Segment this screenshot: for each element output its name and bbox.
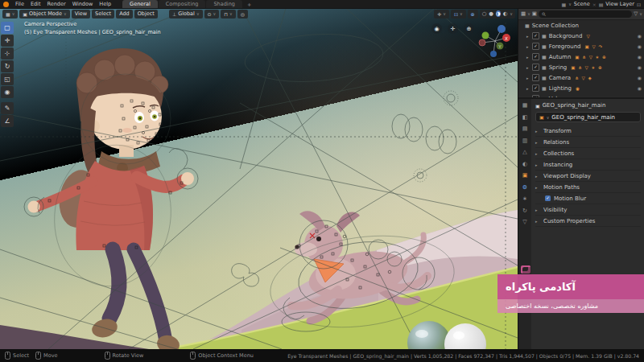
render-properties-tab[interactable]: ◧ (522, 114, 528, 121)
outliner-row-foreground[interactable]: ▸ ✓ ▦ Foreground ▣ ▽ ↷ ◉ (518, 41, 644, 51)
tool-move[interactable]: ⊹ (1, 47, 14, 60)
expand-icon[interactable]: ▸ (526, 44, 532, 49)
tool-cursor[interactable]: ✛ (1, 35, 14, 47)
object-name-field[interactable]: ▣ ∨ GEO_spring_hair_main (535, 112, 641, 122)
tool-select-box[interactable]: ▢ (1, 22, 14, 34)
menu-render[interactable]: Render (43, 1, 68, 7)
section-collections[interactable]: ▸ Collections (535, 148, 641, 159)
blender-logo-icon[interactable] (3, 2, 9, 7)
tool-rotate[interactable]: ↻ (1, 60, 14, 72)
scene-properties-tab[interactable]: △ (522, 149, 526, 155)
pivot-dropdown[interactable]: ⊙ ∨ (204, 10, 220, 19)
section-custom-properties[interactable]: ▸ Custom Properties (535, 216, 641, 227)
outliner-row-spring[interactable]: ▸ ✓ ▦ Spring ▣ ⋔ ▽ ∗ ⊕ ◉ (518, 62, 644, 72)
new-view-layer-icon[interactable]: ⊡ (637, 2, 641, 7)
snap-toggle[interactable]: ⊓ ∨ (221, 10, 235, 19)
shading-wireframe-icon[interactable]: ○ (482, 10, 487, 17)
outliner-row-autumn[interactable]: ▸ ✓ ▦ Autumn ▣ ⋔ ▽ ∗ ⊕ ◉ (518, 51, 644, 62)
tab-general[interactable]: General (122, 0, 158, 8)
section-instancing[interactable]: ▸ Instancing (535, 159, 641, 171)
unlink-scene-icon[interactable]: × (592, 2, 597, 7)
eye-icon[interactable]: ◉ (638, 85, 642, 91)
pan-view-button[interactable]: ✛ (448, 23, 458, 34)
modifier-properties-tab[interactable]: ⚙ (522, 184, 527, 191)
viewport-3d[interactable]: ▦ ∨ ▣ Object Mode ∨ View Select Add Obje… (0, 8, 518, 349)
checkbox-checked[interactable]: ✓ (532, 32, 539, 39)
outliner-search-input[interactable] (547, 11, 629, 16)
add-workspace-button[interactable]: + (243, 2, 255, 8)
outliner-row-lighting[interactable]: ▸ ✓ ▦ Lighting ◉ ◉ (518, 83, 644, 93)
eye-icon[interactable]: ◉ (638, 75, 642, 80)
tool-annotate[interactable]: ✎ (1, 102, 14, 114)
world-properties-tab[interactable]: ◐ (522, 161, 527, 167)
eye-icon[interactable]: ◉ (638, 64, 642, 70)
expand-icon[interactable]: ▸ (526, 86, 532, 91)
checkbox-checked[interactable]: ✓ (532, 74, 539, 81)
menu-help[interactable]: Help (96, 1, 114, 7)
checkbox-checked[interactable]: ✓ (532, 84, 539, 92)
mode-dropdown[interactable]: ▣ Object Mode ∨ (19, 10, 69, 19)
menu-edit[interactable]: Edit (27, 1, 44, 7)
menu-window[interactable]: Window (69, 1, 97, 7)
outliner-row-camera[interactable]: ▸ ✓ ▦ Camera ⋔ ▽ ◈ ◉ (518, 72, 644, 83)
add-menu[interactable]: Add (116, 10, 133, 19)
collection-label: Camera (549, 75, 571, 81)
camera-view-button[interactable]: ◉ (431, 23, 442, 34)
section-motion-paths[interactable]: ▸ Motion Paths (535, 182, 641, 193)
view-layer-properties-tab[interactable]: ▥ (522, 138, 528, 144)
expand-icon[interactable]: ▸ (526, 34, 532, 39)
outliner-search[interactable]: ⚲ (539, 10, 632, 18)
output-properties-tab[interactable]: ▤ (522, 125, 528, 132)
orientation-dropdown[interactable]: ⊥ Global ∨ (169, 10, 203, 19)
expand-icon[interactable]: ▸ (526, 65, 532, 70)
overlays-dropdown[interactable]: ⊡ ∨ (451, 10, 466, 19)
new-collection-icon[interactable]: ▣ (532, 10, 537, 17)
object-properties-tab[interactable]: ▣ (522, 172, 528, 179)
menu-file[interactable]: File (12, 1, 27, 7)
outliner-row-background[interactable]: ▸ ✓ ▦ Background ▽ ◉ (518, 31, 644, 41)
object-menu[interactable]: Object (134, 10, 158, 19)
checkbox-checked[interactable]: ✓ (532, 43, 539, 50)
navigation-gizmo[interactable]: X Y (477, 21, 513, 61)
section-relations[interactable]: ▸ Relations (535, 137, 641, 148)
outliner-row-scene-collection[interactable]: ▦ Scene Collection (518, 20, 644, 31)
gizmos-dropdown[interactable]: ✛ ∨ (434, 10, 449, 19)
tool-transform[interactable]: ◉ (1, 86, 14, 98)
object-data-properties-tab[interactable]: ▽ (522, 219, 526, 225)
eye-icon[interactable]: ◉ (638, 33, 642, 39)
scene-name[interactable]: Scene (574, 1, 590, 7)
scene-browse-icon[interactable]: ▦ (561, 2, 566, 7)
proportional-edit-toggle[interactable]: ◎ (237, 10, 248, 19)
checkbox-checked[interactable]: ✓ (532, 64, 539, 71)
tab-compositing[interactable]: Compositing (159, 0, 206, 8)
shading-material-icon[interactable]: ◑ (496, 10, 501, 17)
motion-blur-row[interactable]: ✓ Motion Blur (535, 193, 641, 204)
tool-measure[interactable]: ∠ (1, 115, 14, 127)
breadcrumb-object-name[interactable]: GEO_spring_hair_main (543, 102, 606, 109)
editor-type-button[interactable]: ▦ ∨ (2, 10, 18, 19)
section-visibility[interactable]: ▸ Visibility (535, 204, 641, 216)
eye-icon[interactable]: ◉ (638, 43, 642, 49)
section-transform[interactable]: ▸ Transform (535, 125, 641, 137)
zoom-view-button[interactable]: ⊕ (464, 23, 474, 34)
section-viewport-display[interactable]: ▸ Viewport Display (535, 171, 641, 182)
checkbox-checked[interactable]: ✓ (532, 53, 539, 60)
particle-properties-tab[interactable]: ∗ (522, 195, 527, 202)
view-layer-name[interactable]: View Layer (605, 1, 634, 7)
filter-icon[interactable]: ▽ (634, 10, 638, 17)
motion-blur-checkbox[interactable]: ✓ (545, 195, 551, 201)
caret-icon: ∨ (639, 11, 642, 16)
select-menu[interactable]: Select (92, 10, 114, 19)
expand-icon[interactable]: ▸ (526, 76, 532, 80)
editor-type-icon[interactable]: ▦ (522, 102, 528, 109)
eye-icon[interactable]: ◉ (638, 54, 642, 60)
expand-icon[interactable]: ▸ (526, 55, 532, 60)
tab-shading[interactable]: Shading (206, 0, 242, 8)
xray-toggle[interactable]: ⊕ (468, 10, 478, 19)
shading-solid-icon[interactable]: ● (489, 10, 493, 17)
display-mode-icon[interactable]: ▦ (521, 10, 526, 17)
physics-properties-tab[interactable]: ↻ (522, 208, 527, 214)
tool-scale[interactable]: ◱ (1, 73, 14, 85)
shading-rendered-icon[interactable]: ◐ (503, 10, 508, 17)
view-menu[interactable]: View (72, 10, 90, 19)
